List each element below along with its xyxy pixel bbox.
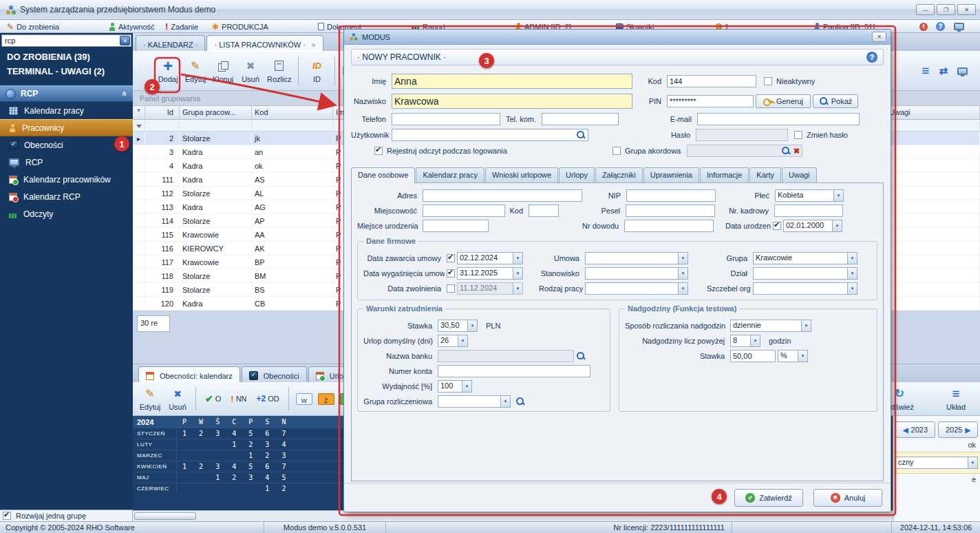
list-view-icon[interactable]	[922, 63, 929, 79]
rate-select[interactable]: 30,50	[438, 320, 478, 332]
search-group-icon[interactable]	[515, 397, 525, 406]
sidebar-search-input[interactable]: rcp	[1, 34, 131, 47]
search-icon[interactable]	[781, 146, 791, 156]
sidebar-item-kalendarz-rcp[interactable]: Kalendarz RCP	[0, 188, 133, 205]
account-number-input[interactable]	[438, 365, 590, 377]
gender-select[interactable]: Kobieta	[775, 189, 844, 202]
id-card-input[interactable]	[624, 220, 714, 232]
layout-icon[interactable]	[957, 67, 968, 75]
settle-button[interactable]: Rozlicz	[265, 53, 293, 89]
last-name-input[interactable]: Krawcowa	[392, 94, 632, 109]
close-tab-icon[interactable]	[311, 41, 317, 49]
sync-icon[interactable]	[939, 65, 948, 77]
register-reading-checkbox[interactable]	[374, 147, 383, 155]
work-type-select[interactable]	[585, 282, 688, 295]
id-button[interactable]: ID	[303, 53, 330, 89]
cancel-button[interactable]: Anuluj	[813, 489, 882, 507]
contract-start-select[interactable]: 02.12.2024	[457, 252, 523, 264]
birthdate-checkbox[interactable]	[773, 222, 781, 230]
logout-button[interactable]	[919, 21, 928, 32]
search-user-icon[interactable]	[576, 130, 586, 140]
tab-karty[interactable]: Karty	[749, 167, 781, 183]
tab-dane-osobowe[interactable]: Dane osobowe	[351, 167, 415, 183]
department-select[interactable]	[753, 267, 858, 280]
city-input[interactable]	[423, 205, 505, 217]
column-header-id[interactable]: Id	[145, 106, 180, 119]
tab-obecnosci[interactable]: Obecności	[242, 366, 307, 382]
tab-informacje[interactable]: Informacje	[700, 167, 749, 183]
contract-type-select[interactable]	[585, 252, 688, 264]
column-header-uwagi[interactable]: Uwagi	[886, 106, 980, 119]
next-year-button[interactable]: 2025 ▶	[938, 421, 978, 438]
overtime-threshold-select[interactable]: 8	[730, 335, 760, 347]
tab-wnioski-urlopowe[interactable]: Wnioski urlopowe	[485, 167, 558, 183]
column-header-kod[interactable]: Kod	[252, 106, 333, 119]
sidebar-item-kalendarz-pracownikow[interactable]: Kalendarz pracowników	[0, 171, 133, 188]
terminal-button[interactable]	[954, 21, 964, 32]
day-type-w[interactable]: W	[296, 393, 312, 405]
tab-kalendarz[interactable]: · KALENDARZ ·	[136, 35, 205, 51]
sidebar-item-rcp[interactable]: RCP	[0, 154, 133, 171]
clear-search-icon[interactable]	[120, 36, 130, 45]
overtime-rate-input[interactable]: 50,00	[730, 350, 776, 362]
column-header-grupa[interactable]: Grupa pracow...	[180, 106, 252, 119]
edit-attendance-button[interactable]: Edytuj	[137, 384, 163, 414]
email-input[interactable]	[697, 113, 860, 125]
show-pin-button[interactable]: Pokaż	[813, 94, 858, 108]
sidebar-group-terminal[interactable]: TERMINAL - UWAGI (2)	[0, 63, 133, 77]
change-password-checkbox[interactable]	[794, 131, 802, 139]
tab-obecnosci-kalendarz[interactable]: Obecności: kalendarz	[138, 366, 240, 382]
expand-one-group-checkbox[interactable]	[3, 512, 11, 520]
clear-icon[interactable]	[793, 147, 800, 156]
billing-group-select[interactable]	[438, 395, 511, 408]
birthdate-select[interactable]: 02.01.2000	[783, 220, 842, 232]
minimize-button[interactable]: —	[916, 4, 935, 15]
overtime-mode-select[interactable]: dziennie	[730, 320, 811, 332]
search-bank-icon[interactable]	[576, 351, 586, 361]
tab-uwagi[interactable]: Uwagi	[782, 167, 817, 183]
org-level-select[interactable]	[753, 282, 858, 295]
sidebar-group-todo[interactable]: DO ZROBIENIA (39)	[0, 48, 133, 63]
first-name-input[interactable]: Anna	[392, 74, 632, 89]
tab-kalendarz-pracy[interactable]: Kalendarz pracy	[416, 167, 484, 183]
inactive-checkbox[interactable]	[764, 77, 772, 85]
termination-checkbox[interactable]	[447, 284, 455, 293]
mobile-input[interactable]	[542, 113, 619, 125]
pesel-input[interactable]	[626, 205, 715, 217]
delete-employee-button[interactable]: Usuń	[237, 53, 264, 89]
prev-year-button[interactable]: ◀ 2023	[895, 421, 935, 438]
address-input[interactable]	[423, 189, 582, 202]
clone-employee-button[interactable]: Klonuj	[210, 53, 236, 89]
tab-uprawnienia[interactable]: Uprawnienia	[643, 167, 699, 183]
sidebar-section-rcp[interactable]: RCP	[0, 85, 133, 102]
maximize-button[interactable]: ❐	[937, 4, 955, 15]
contract-end-select[interactable]: 31.12.2025	[457, 267, 523, 280]
tab-zalaczniki[interactable]: Załączniki	[595, 167, 643, 183]
menu-produkcja[interactable]: PRODUKCJA	[212, 21, 268, 32]
hr-number-input[interactable]	[774, 205, 843, 217]
edit-employee-button[interactable]: Edytuj	[182, 53, 209, 89]
layout-button[interactable]: Układ	[943, 387, 969, 411]
menu-do-zrobienia[interactable]: Do zrobienia	[7, 21, 59, 32]
user-input[interactable]	[392, 129, 588, 141]
day-type-z[interactable]: Ż	[318, 393, 334, 405]
generate-pin-button[interactable]: Generuj	[756, 94, 811, 108]
menu-aktywnosc[interactable]: Aktywność	[109, 21, 155, 32]
nip-input[interactable]	[626, 189, 716, 202]
view-mode-select[interactable]: czny	[895, 457, 978, 469]
sidebar-item-pracownicy[interactable]: Pracownicy	[0, 119, 133, 136]
contract-end-checkbox[interactable]	[447, 269, 455, 278]
birthplace-input[interactable]	[423, 220, 489, 232]
dialog-close-button[interactable]	[872, 32, 886, 42]
help-icon[interactable]	[866, 52, 877, 63]
default-vacation-select[interactable]: 26	[438, 335, 468, 347]
tab-lista-pracownikow[interactable]: · LISTA PRACOWNIKÓW ·	[206, 35, 323, 51]
scrollbar-thumb[interactable]	[134, 512, 196, 520]
help-button[interactable]	[936, 21, 945, 32]
confirm-button[interactable]: Zatwierdź	[734, 489, 803, 507]
collapse-icon[interactable]	[120, 92, 130, 96]
sidebar-item-odczyty[interactable]: Odczyty	[0, 205, 133, 222]
postal-code-input[interactable]	[529, 205, 559, 217]
tab-urlopy[interactable]: Urlopy	[559, 167, 595, 183]
sidebar-item-kalendarz-pracy[interactable]: Kalendarz pracy	[0, 102, 133, 119]
